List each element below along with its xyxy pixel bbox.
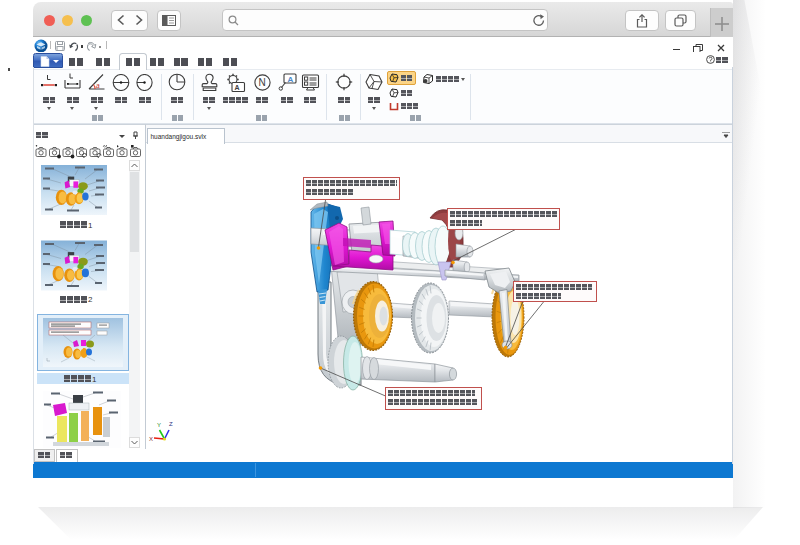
svg-text:A: A [235,84,240,91]
svg-text:Y: Y [157,422,161,428]
svg-text:N: N [258,77,265,88]
svg-text:Z: Z [169,421,173,427]
svg-text:a: a [96,82,100,89]
svg-text:A: A [288,75,294,84]
svg-text:X: X [149,436,153,442]
